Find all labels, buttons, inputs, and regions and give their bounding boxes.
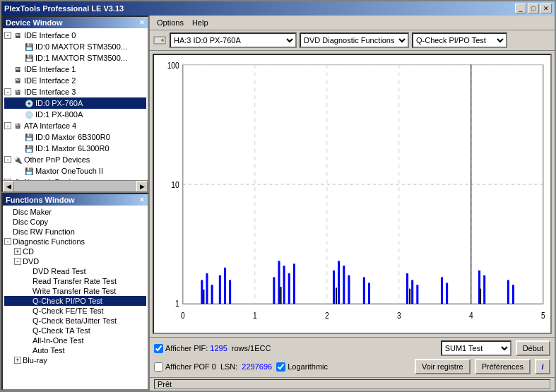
device-tree-item-pnp[interactable]: -🔌Other PnP Devices bbox=[4, 154, 146, 165]
minimize-button[interactable]: _ bbox=[515, 4, 526, 13]
debut-button[interactable]: Début bbox=[516, 340, 550, 356]
main-layout: Device Window ✕ -🖥IDE Interface 0💾ID:0 M… bbox=[1, 16, 555, 391]
svg-rect-40 bbox=[368, 283, 370, 304]
sum-test-select[interactable]: SUM1 Test SUM8 Test bbox=[441, 340, 511, 356]
expand-btn-func-cd[interactable]: + bbox=[14, 248, 21, 255]
drive-icon: 💾 bbox=[24, 42, 34, 52]
logarithmic-label: Logarithmic bbox=[288, 362, 328, 371]
expand-btn-func-bluray[interactable]: + bbox=[14, 357, 21, 364]
test-select[interactable]: Q-Check PI/PO Test bbox=[412, 32, 507, 48]
control-row-1: Afficher PIF: 1295 rows/1ECC SUM1 Test S… bbox=[154, 340, 550, 356]
drive-select[interactable]: HA:3 ID:0 PX-760A bbox=[170, 32, 297, 48]
func-tree-item-dvd_beta[interactable]: Q-Check Beta/Jitter Test bbox=[4, 316, 146, 326]
func-tree-item-dvd[interactable]: -DVD bbox=[4, 256, 146, 266]
svg-rect-37 bbox=[343, 266, 345, 304]
svg-text:0: 0 bbox=[181, 309, 185, 321]
svg-rect-38 bbox=[348, 275, 350, 304]
device-tree-item-pnp-0[interactable]: 💾Maxtor OneTouch II bbox=[4, 165, 146, 177]
device-tree-item-ata4[interactable]: -🖥ATA Interface 4 bbox=[4, 120, 146, 131]
device-tree[interactable]: -🖥IDE Interface 0💾ID:0 MAXTOR STM3500...… bbox=[3, 28, 148, 180]
logarithmic-group: Logarithmic bbox=[276, 362, 328, 372]
func-tree-item-bluray[interactable]: +Blu-ray bbox=[4, 355, 146, 365]
expand-btn-ide3[interactable]: - bbox=[4, 88, 11, 95]
drive-icon bbox=[153, 33, 167, 47]
svg-rect-32 bbox=[283, 266, 285, 304]
func-tree-item-dvd_wtr[interactable]: Write Transfer Rate Test bbox=[4, 286, 146, 296]
close-button[interactable]: ✕ bbox=[540, 4, 552, 13]
functions-tree[interactable]: Disc MakerDisc CopyDisc RW Function-Diag… bbox=[3, 206, 148, 389]
func-label: Diagnostic Functions bbox=[13, 237, 85, 246]
interface-icon: 🖥 bbox=[13, 30, 23, 40]
device-tree-item-ide0-0[interactable]: 💾ID:0 MAXTOR STM3500... bbox=[4, 41, 146, 52]
device-window: Device Window ✕ -🖥IDE Interface 0💾ID:0 M… bbox=[1, 16, 149, 193]
pof-checkbox[interactable] bbox=[154, 362, 163, 372]
svg-rect-35 bbox=[333, 271, 335, 304]
device-tree-item-ata4-1[interactable]: 💾ID:1 Maxtor 6L300R0 bbox=[4, 143, 146, 154]
functions-window: Functions Window ✕ Disc MakerDisc CopyDi… bbox=[1, 193, 149, 391]
device-tree-item-ata4-0[interactable]: 💾ID:0 Maxtor 6B300R0 bbox=[4, 131, 146, 143]
tree-label: IDE Interface 0 bbox=[24, 31, 76, 40]
expand-btn-pnp[interactable]: - bbox=[4, 156, 11, 163]
func-tree-item-cd[interactable]: +CD bbox=[4, 247, 146, 256]
menu-help[interactable]: Help bbox=[188, 17, 213, 28]
func-tree-item-dvd_fe[interactable]: Q-Check FE/TE Test bbox=[4, 306, 146, 316]
pif-checkbox[interactable] bbox=[154, 344, 163, 353]
functions-window-close[interactable]: ✕ bbox=[139, 196, 145, 203]
menu-options[interactable]: Options bbox=[153, 17, 188, 28]
func-label: Q-Check Beta/Jitter Test bbox=[32, 316, 117, 325]
svg-rect-53 bbox=[409, 289, 410, 304]
expand-btn-ata4[interactable]: - bbox=[4, 122, 11, 129]
func-tree-item-dvd_aio[interactable]: All-In-One Test bbox=[4, 335, 146, 345]
func-tree-item-disc_rw[interactable]: Disc RW Function bbox=[4, 227, 146, 237]
device-tree-item-ide3[interactable]: -🖥IDE Interface 3 bbox=[4, 86, 146, 97]
svg-rect-34 bbox=[293, 263, 295, 304]
tree-label: Maxtor OneTouch II bbox=[35, 167, 103, 175]
func-tree-item-disc_maker[interactable]: Disc Maker bbox=[4, 207, 146, 217]
func-tree-item-dvd_rtr[interactable]: Read Transfer Rate Test bbox=[4, 276, 146, 286]
svg-rect-30 bbox=[273, 277, 275, 304]
svg-rect-29 bbox=[229, 280, 231, 304]
svg-rect-44 bbox=[441, 277, 443, 304]
app-title: PlexTools Professional LE V3.13 bbox=[4, 4, 124, 13]
scroll-right-btn[interactable]: ▶ bbox=[136, 181, 148, 192]
voir-registre-button[interactable]: Voir registre bbox=[415, 359, 471, 374]
drive-icon: 💾 bbox=[24, 132, 34, 142]
chart-area: 100 10 1 0 1 2 3 4 5 bbox=[153, 54, 552, 334]
scroll-track[interactable] bbox=[14, 181, 136, 191]
logarithmic-checkbox[interactable] bbox=[276, 362, 285, 372]
device-window-close[interactable]: ✕ bbox=[139, 19, 145, 26]
expand-btn-func-diag[interactable]: - bbox=[4, 238, 11, 245]
device-tree-item-ide0-1[interactable]: 💾ID:1 MAXTOR STM3500... bbox=[4, 52, 146, 64]
svg-text:5: 5 bbox=[541, 309, 545, 321]
device-tree-item-ide2[interactable]: 🖥IDE Interface 2 bbox=[4, 75, 146, 86]
scroll-left-btn[interactable]: ◀ bbox=[3, 181, 14, 192]
control-row-2: Afficher POF 0 LSN: 2297696 Logarithmic … bbox=[154, 359, 550, 374]
function-select[interactable]: DVD Diagnostic Functions bbox=[300, 32, 409, 48]
func-tree-item-diag[interactable]: -Diagnostic Functions bbox=[4, 237, 146, 247]
status-bar: Prêt bbox=[150, 377, 555, 391]
func-label: Disc RW Function bbox=[13, 227, 75, 236]
svg-rect-25 bbox=[206, 273, 208, 304]
device-tree-item-ide1[interactable]: 🖥IDE Interface 1 bbox=[4, 64, 146, 75]
interface-icon: 🖥 bbox=[13, 121, 23, 131]
func-tree-item-disc_copy[interactable]: Disc Copy bbox=[4, 217, 146, 227]
info-button[interactable]: i bbox=[535, 359, 550, 374]
svg-rect-48 bbox=[507, 280, 509, 304]
func-tree-item-dvd_qcheck[interactable]: Q-Check PI/PO Test bbox=[4, 296, 146, 306]
tree-label: Other PnP Devices bbox=[24, 155, 90, 164]
preferences-button[interactable]: Préférences bbox=[475, 359, 531, 374]
device-tree-item-ide3-1[interactable]: 💿ID:1 PX-800A bbox=[4, 109, 146, 120]
func-tree-item-dvd_auto[interactable]: Auto Test bbox=[4, 345, 146, 355]
tree-label: ID:0 PX-760A bbox=[35, 99, 83, 107]
maximize-button[interactable]: □ bbox=[528, 4, 539, 13]
device-scrollbar-h[interactable]: ◀ ▶ bbox=[3, 180, 148, 191]
func-tree-item-dvd_read[interactable]: DVD Read Test bbox=[4, 266, 146, 276]
expand-btn-ide0[interactable]: - bbox=[4, 32, 11, 39]
device-tree-item-ide3-0[interactable]: 💿ID:0 PX-760A bbox=[4, 97, 146, 109]
func-tree-item-dvd_ta[interactable]: Q-Check TA Test bbox=[4, 326, 146, 335]
svg-rect-28 bbox=[224, 268, 226, 304]
device-tree-item-ide0[interactable]: -🖥IDE Interface 0 bbox=[4, 30, 146, 41]
expand-btn-func-dvd[interactable]: - bbox=[14, 258, 21, 265]
title-bar: PlexTools Professional LE V3.13 _ □ ✕ bbox=[1, 1, 555, 16]
pif-value: 1295 bbox=[210, 344, 227, 352]
